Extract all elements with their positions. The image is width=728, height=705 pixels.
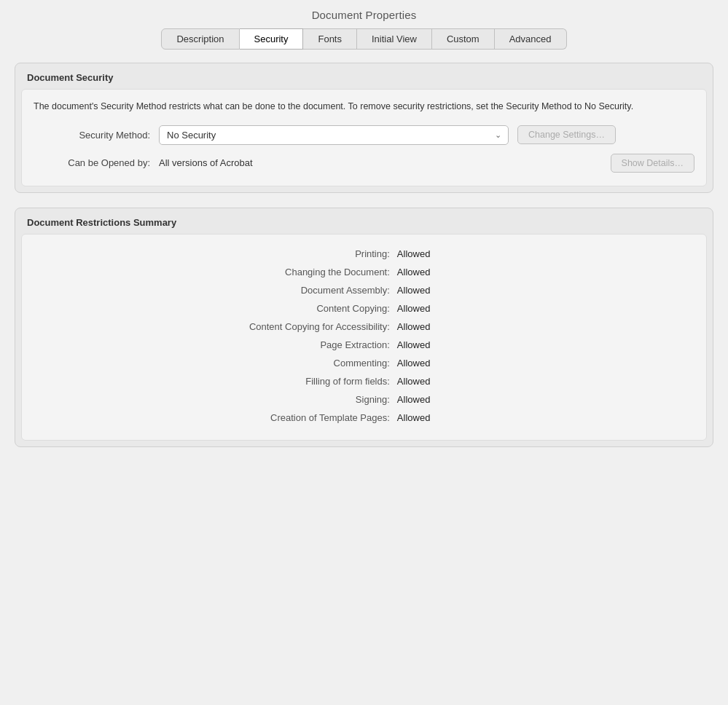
restriction-label-9: Creation of Template Pages:: [34, 409, 397, 427]
can-be-opened-label: Can be Opened by:: [34, 157, 150, 168]
security-method-label: Security Method:: [34, 130, 150, 141]
document-security-title: Document Security: [15, 63, 713, 89]
restriction-label-4: Content Copying for Accessibility:: [34, 318, 397, 336]
restriction-row-9: Creation of Template Pages:Allowed: [34, 409, 694, 427]
restriction-row-0: Printing:Allowed: [34, 245, 694, 263]
restriction-value-3: Allowed: [397, 299, 694, 318]
window: Document Properties DescriptionSecurityF…: [0, 0, 728, 705]
show-details-button[interactable]: Show Details…: [611, 154, 694, 173]
tab-security[interactable]: Security: [240, 28, 304, 50]
restriction-value-2: Allowed: [397, 281, 694, 299]
restriction-label-5: Page Extraction:: [34, 336, 397, 354]
tab-custom[interactable]: Custom: [432, 28, 495, 50]
tab-initial-view[interactable]: Initial View: [357, 28, 432, 50]
restrictions-summary-title: Document Restrictions Summary: [15, 208, 713, 234]
document-security-body: The document's Security Method restricts…: [21, 89, 707, 186]
restriction-label-2: Document Assembly:: [34, 281, 397, 299]
restriction-row-4: Content Copying for Accessibility:Allowe…: [34, 318, 694, 336]
restriction-row-7: Filling of form fields:Allowed: [34, 372, 694, 390]
dialog-title: Document Properties: [0, 0, 728, 21]
restriction-label-6: Commenting:: [34, 354, 397, 372]
restriction-value-5: Allowed: [397, 336, 694, 354]
restriction-label-1: Changing the Document:: [34, 263, 397, 281]
security-description: The document's Security Method restricts…: [34, 100, 694, 114]
restriction-row-3: Content Copying:Allowed: [34, 299, 694, 318]
security-method-row: Security Method: No Security ⌄ Change Se…: [34, 125, 694, 145]
restriction-value-6: Allowed: [397, 354, 694, 372]
restrictions-table: Printing:AllowedChanging the Document:Al…: [34, 245, 694, 427]
document-security-section: Document Security The document's Securit…: [15, 63, 713, 193]
restriction-value-8: Allowed: [397, 390, 694, 409]
main-content: Document Security The document's Securit…: [0, 50, 728, 705]
security-method-select[interactable]: No Security: [159, 125, 509, 145]
restriction-label-7: Filling of form fields:: [34, 372, 397, 390]
restriction-label-8: Signing:: [34, 390, 397, 409]
restriction-value-0: Allowed: [397, 245, 694, 263]
restriction-row-1: Changing the Document:Allowed: [34, 263, 694, 281]
tab-advanced[interactable]: Advanced: [495, 28, 567, 50]
restriction-value-7: Allowed: [397, 372, 694, 390]
restriction-row-6: Commenting:Allowed: [34, 354, 694, 372]
tab-fonts[interactable]: Fonts: [303, 28, 357, 50]
can-be-opened-row: Can be Opened by: All versions of Acroba…: [34, 154, 694, 173]
tabs-row: DescriptionSecurityFontsInitial ViewCust…: [0, 28, 728, 50]
restriction-value-9: Allowed: [397, 409, 694, 427]
restriction-row-5: Page Extraction:Allowed: [34, 336, 694, 354]
restriction-value-4: Allowed: [397, 318, 694, 336]
restrictions-summary-section: Document Restrictions Summary Printing:A…: [15, 208, 713, 447]
restriction-row-8: Signing:Allowed: [34, 390, 694, 409]
restriction-label-3: Content Copying:: [34, 299, 397, 318]
can-be-opened-value: All versions of Acrobat: [159, 157, 253, 168]
restriction-row-2: Document Assembly:Allowed: [34, 281, 694, 299]
security-method-select-wrapper: No Security ⌄: [159, 125, 509, 145]
change-settings-button[interactable]: Change Settings…: [517, 125, 616, 144]
restriction-label-0: Printing:: [34, 245, 397, 263]
restriction-value-1: Allowed: [397, 263, 694, 281]
restrictions-summary-body: Printing:AllowedChanging the Document:Al…: [21, 234, 707, 441]
tab-description[interactable]: Description: [161, 28, 239, 50]
